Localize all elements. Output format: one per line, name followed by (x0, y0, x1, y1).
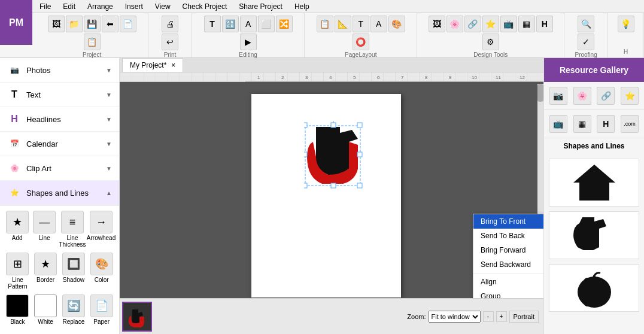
sidebar-item-photos[interactable]: 📷 Photos ▼ (0, 58, 119, 83)
ribbon-icon-layout5[interactable]: 🎨 (388, 16, 405, 32)
tab-my-project[interactable]: My Project* × (122, 58, 183, 72)
shape-tool-add[interactable]: ★ Add (5, 211, 30, 248)
ctx-group-label: Group (481, 292, 500, 298)
ctx-send-to-back[interactable]: Send To Back Ctrl+D (473, 229, 543, 243)
shape-tool-thickness[interactable]: ≡ Line Thickness (59, 211, 86, 248)
gallery-title: Resource Gallery (560, 65, 628, 75)
ribbon-label-h: H (624, 47, 628, 55)
ribbon-icon-save[interactable]: 💾 (84, 16, 101, 32)
svg-text:2: 2 (281, 75, 284, 80)
ribbon-icon-font[interactable]: 🔠 (222, 16, 239, 32)
sidebar-item-shapes[interactable]: ⭐ Shapes and Lines ▲ (0, 181, 119, 205)
svg-point-28 (581, 278, 593, 306)
ribbon-icon-layout1[interactable]: 📋 (317, 16, 333, 32)
menu-check-project[interactable]: Check Project (180, 1, 230, 12)
menu-edit[interactable]: Edit (60, 1, 78, 12)
zoom-plus[interactable]: + (496, 311, 507, 322)
ribbon-icon-design8[interactable]: ⚙ (482, 34, 499, 50)
gallery-icon-star[interactable]: ⭐ (621, 87, 639, 105)
ribbon-icon-open[interactable]: 📁 (66, 16, 83, 32)
ribbon-icon-layout2[interactable]: 📐 (335, 16, 351, 32)
ribbon-icon-layout6[interactable]: ⭕ (353, 34, 369, 50)
fill-paper[interactable]: 📄 Paper (89, 294, 114, 325)
ribbon-icon-h1[interactable]: 💡 (618, 16, 634, 32)
ribbon-icon-flip[interactable]: 🔀 (276, 16, 293, 32)
ctx-bring-forward[interactable]: Bring Forward Ctrl+Shift+U (473, 243, 543, 257)
gallery-icon-grid[interactable]: ▦ (573, 115, 591, 133)
ribbon-icon-design1[interactable]: 🖼 (429, 16, 445, 32)
menu-view[interactable]: View (153, 1, 173, 12)
ribbon-icon-layout4[interactable]: A (370, 16, 387, 32)
shape-tool-shadow[interactable]: 🔲 Shadow (61, 253, 87, 290)
shape-tool-pattern[interactable]: ⊞ Line Pattern (5, 253, 31, 290)
ctx-send-backward[interactable]: Send Backward Ctrl+Shift+D (473, 257, 543, 272)
ribbon-icon-print2[interactable]: ↩ (162, 34, 178, 50)
menu-help[interactable]: Help (292, 1, 312, 12)
gallery-icon-com[interactable]: .com (621, 115, 639, 133)
shape-tool-line[interactable]: — Line (32, 211, 57, 248)
ribbon-icon-page[interactable]: 📄 (120, 16, 136, 32)
ribbon-icon-copy[interactable]: 📋 (84, 34, 101, 50)
ribbon-icon-design6[interactable]: ▦ (518, 16, 535, 32)
ribbon-icon-print[interactable]: 🖨 (162, 16, 178, 32)
ribbon-icon-proof1[interactable]: 🔍 (578, 16, 594, 32)
zoom-minus[interactable]: - (483, 311, 494, 322)
fill-white[interactable]: White (33, 294, 59, 325)
gallery-scrollbar-thumb[interactable] (537, 84, 543, 102)
ribbon-group-pagelayout: 📋 📐 T A 🎨 ⭕ PageLayout (305, 13, 417, 57)
zoom-select[interactable]: Fit to window (429, 311, 481, 323)
fill-replace[interactable]: 🔄 Replace (61, 294, 87, 325)
ribbon-icon-design3[interactable]: 🔗 (464, 16, 481, 32)
menu-arrange[interactable]: Arrange (85, 1, 116, 12)
shadow-icon: 🔲 (62, 253, 85, 275)
ribbon-icon-design4[interactable]: ⭐ (482, 16, 499, 32)
ribbon-icon-design5[interactable]: 📺 (500, 16, 517, 32)
ctx-bring-to-front[interactable]: Bring To Front Ctrl+U | (473, 214, 543, 229)
black-icon (6, 294, 29, 317)
gallery-icon-screen[interactable]: 📺 (549, 115, 567, 133)
shape-tool-border[interactable]: ★ Border (33, 253, 59, 290)
menu-share-project[interactable]: Share Project (236, 1, 285, 12)
ribbon-icon-layout3[interactable]: T (353, 16, 369, 32)
menu-insert[interactable]: Insert (123, 1, 145, 12)
mitten-svg[interactable] (304, 121, 376, 205)
calendar-icon: 📅 (7, 136, 22, 151)
page-thumbnail[interactable] (122, 302, 152, 332)
gallery-shape-apple[interactable] (549, 264, 639, 312)
gallery-section-title: Shapes and Lines (544, 138, 644, 154)
gallery-icon-clipart[interactable]: 🌸 (573, 87, 591, 105)
shape-tool-arrow[interactable]: → Arrowhead (88, 211, 114, 248)
gallery-icon-h[interactable]: H (597, 115, 615, 133)
gallery-shape-house[interactable] (549, 159, 639, 207)
ribbon-icon-text[interactable]: T (204, 16, 221, 32)
sidebar-item-calendar[interactable]: 📅 Calendar ▼ (0, 132, 119, 156)
photos-arrow: ▼ (106, 67, 112, 74)
ribbon-label-editing: Editing (239, 50, 257, 58)
ribbon-icon-undo[interactable]: ⬅ (102, 16, 119, 32)
sidebar-item-headlines[interactable]: H Headlines ▼ (0, 107, 119, 132)
ribbon-icon-proof2[interactable]: ✓ (578, 34, 594, 50)
ribbon-icon-design7[interactable]: H (536, 16, 553, 32)
gallery-icon-photos[interactable]: 📷 (549, 87, 567, 105)
sidebar-item-text[interactable]: T Text ▼ (0, 83, 119, 107)
tab-title: My Project* (130, 61, 166, 69)
ctx-align[interactable]: Align ▶ (473, 275, 543, 289)
ribbon-icon-play[interactable]: ▶ (240, 34, 257, 50)
fill-black[interactable]: Black (5, 294, 31, 325)
canvas-content[interactable]: Bring To Front Ctrl+U | Send To Back Ctr… (120, 82, 543, 298)
gallery-shape-mitten[interactable] (549, 211, 639, 259)
ctx-group[interactable]: Group ▶ (473, 289, 543, 298)
tab-close[interactable]: × (171, 61, 175, 69)
ribbon-icon-new[interactable]: 🖼 (48, 16, 65, 32)
menu-file[interactable]: File (37, 1, 53, 12)
ribbon-icon-color-text[interactable]: A (240, 16, 257, 32)
photos-icon: 📷 (7, 63, 22, 77)
gallery-icon-link[interactable]: 🔗 (597, 87, 615, 105)
color-label: Color (95, 277, 109, 283)
portrait-button[interactable]: Portrait (509, 311, 539, 323)
sidebar-item-clipart[interactable]: 🌸 Clip Art ▼ (0, 156, 119, 181)
ribbon-icon-design2[interactable]: 🌸 (446, 16, 463, 32)
shape-tool-color[interactable]: 🎨 Color (89, 253, 114, 290)
clipart-icon: 🌸 (7, 161, 22, 175)
ribbon-icon-box[interactable]: ⬜ (258, 16, 275, 32)
